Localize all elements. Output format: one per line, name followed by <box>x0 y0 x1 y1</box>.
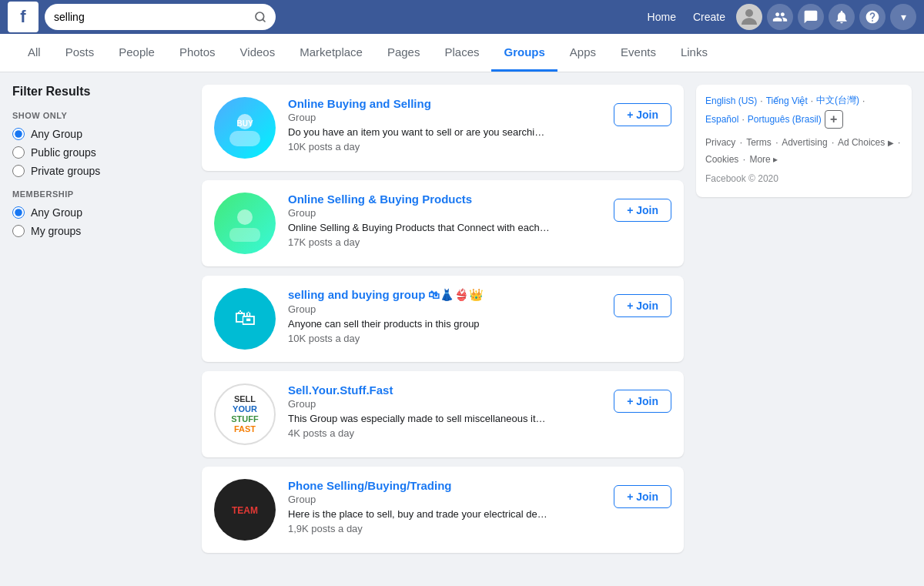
tab-places[interactable]: Places <box>432 35 491 72</box>
group-name-5[interactable]: Phone Selling/Buying/Trading <box>288 479 601 492</box>
svg-point-6 <box>237 209 253 225</box>
group-desc-2: Online Selling & Buying Products that Co… <box>288 222 550 233</box>
group-desc-5: Here is the place to sell, buy and trade… <box>288 508 550 520</box>
join-button-5[interactable]: + Join <box>614 485 671 508</box>
table-row: TEAM Phone Selling/Buying/Trading Group … <box>202 467 684 553</box>
footer-cookies[interactable]: Cookies <box>705 154 738 165</box>
tab-groups[interactable]: Groups <box>491 35 557 72</box>
filter-my-groups-radio[interactable] <box>12 225 25 237</box>
group-thumbnail-4: SELL YOUR STUFF FAST <box>214 383 276 445</box>
avatar[interactable] <box>736 4 762 30</box>
svg-point-2 <box>745 9 753 17</box>
filter-public-groups-radio[interactable] <box>12 146 25 159</box>
show-only-label: SHOW ONLY <box>12 111 189 120</box>
search-input[interactable] <box>54 11 254 23</box>
group-desc-3: Anyone can sell their products in this g… <box>288 318 550 330</box>
lang-vietnamese[interactable]: Tiếng Việt <box>766 95 808 106</box>
svg-text:TEAM: TEAM <box>232 505 258 516</box>
group-posts-4: 4K posts a day <box>288 427 601 439</box>
facebook-logo: f <box>8 2 38 32</box>
language-links: English (US) · Tiếng Việt · 中文(台灣) · Esp… <box>705 94 902 129</box>
join-button-2[interactable]: + Join <box>614 199 671 222</box>
group-type-2: Group <box>288 207 601 219</box>
dropdown-icon-button[interactable]: ▾ <box>890 4 916 30</box>
group-desc-4: This Group was especially made to sell m… <box>288 413 550 424</box>
footer-advertising[interactable]: Advertising <box>782 137 827 148</box>
add-language-button[interactable]: + <box>825 110 843 129</box>
group-posts-5: 1,9K posts a day <box>288 523 601 534</box>
group-info-5: Phone Selling/Buying/Trading Group Here … <box>288 479 601 534</box>
tab-people[interactable]: People <box>106 35 167 72</box>
help-icon <box>865 9 880 25</box>
join-button-1[interactable]: + Join <box>614 103 671 126</box>
group-thumbnail-5: TEAM <box>214 479 276 541</box>
group-type-4: Group <box>288 398 601 410</box>
group-thumbnail-2 <box>214 193 276 254</box>
svg-line-1 <box>263 19 265 22</box>
filter-private-groups-label: Private groups <box>31 165 100 177</box>
tab-videos[interactable]: Videos <box>228 35 288 72</box>
group-posts-2: 17K posts a day <box>288 236 601 248</box>
group-thumb-icon-3: 🛍 <box>222 296 268 342</box>
footer-links: Privacy · Terms · Advertising · Ad Choic… <box>705 135 902 188</box>
lang-spanish[interactable]: Español <box>705 114 738 125</box>
messenger-icon-button[interactable] <box>798 4 824 30</box>
messenger-icon <box>803 9 819 25</box>
notifications-icon <box>834 9 849 25</box>
help-icon-button[interactable] <box>859 4 886 30</box>
results-area: BUY Online Buying and Selling Group Do y… <box>202 85 684 553</box>
svg-rect-4 <box>229 131 260 146</box>
filter-any-group-radio[interactable] <box>12 128 25 140</box>
tab-all[interactable]: All <box>15 35 53 72</box>
nav-right-section: Home Create ▾ <box>641 4 916 30</box>
filter-private-groups[interactable]: Private groups <box>12 165 189 177</box>
tab-events[interactable]: Events <box>608 35 668 72</box>
membership-label: MEMBERSHIP <box>12 189 189 199</box>
group-type-1: Group <box>288 112 601 123</box>
friends-icon-button[interactable] <box>767 4 793 30</box>
filter-any-group[interactable]: Any Group <box>12 128 189 140</box>
group-info-2: Online Selling & Buying Products Group O… <box>288 193 601 248</box>
tab-pages[interactable]: Pages <box>375 35 433 72</box>
filter-any-group-membership[interactable]: Any Group <box>12 206 189 219</box>
search-tabs: All Posts People Photos Videos Marketpla… <box>0 34 924 72</box>
group-info-4: Sell.Your.Stuff.Fast Group This Group wa… <box>288 383 601 439</box>
group-name-4[interactable]: Sell.Your.Stuff.Fast <box>288 383 601 397</box>
create-link[interactable]: Create <box>687 8 732 26</box>
filter-public-groups[interactable]: Public groups <box>12 146 189 159</box>
filter-my-groups-label: My groups <box>31 225 81 237</box>
group-posts-1: 10K posts a day <box>288 141 601 152</box>
filter-any-group-membership-label: Any Group <box>31 206 82 219</box>
footer-terms[interactable]: Terms <box>746 137 772 148</box>
filter-private-groups-radio[interactable] <box>12 165 25 177</box>
group-name-3[interactable]: selling and buying group 🛍👗👙👑 <box>288 288 601 302</box>
filter-any-group-membership-radio[interactable] <box>12 206 25 219</box>
home-link[interactable]: Home <box>641 8 682 26</box>
lang-portuguese[interactable]: Português (Brasil) <box>748 114 822 125</box>
svg-text:BUY: BUY <box>236 119 253 128</box>
group-name-1[interactable]: Online Buying and Selling <box>288 97 601 110</box>
tab-marketplace[interactable]: Marketplace <box>287 35 375 72</box>
tab-links[interactable]: Links <box>668 35 720 72</box>
tab-photos[interactable]: Photos <box>167 35 228 72</box>
tab-posts[interactable]: Posts <box>53 35 107 72</box>
filter-title: Filter Results <box>12 85 189 99</box>
footer-privacy[interactable]: Privacy <box>705 137 735 148</box>
group-thumbnail-1: BUY <box>214 97 276 159</box>
join-button-4[interactable]: + Join <box>614 390 671 413</box>
group-name-2[interactable]: Online Selling & Buying Products <box>288 193 601 206</box>
footer-more[interactable]: More ▸ <box>749 154 778 165</box>
search-submit-button[interactable] <box>254 11 266 23</box>
group-type-5: Group <box>288 494 601 505</box>
tab-apps[interactable]: Apps <box>557 35 608 72</box>
table-row: 🛍 selling and buying group 🛍👗👙👑 Group An… <box>202 276 684 362</box>
footer-ad-choices[interactable]: Ad Choices <box>838 137 885 148</box>
lang-english[interactable]: English (US) <box>705 95 757 106</box>
lang-chinese[interactable]: 中文(台灣) <box>816 94 859 107</box>
notifications-icon-button[interactable] <box>829 4 855 30</box>
footer-copyright: Facebook © 2020 <box>705 171 902 188</box>
search-icon <box>254 11 266 23</box>
join-button-3[interactable]: + Join <box>614 294 671 317</box>
filter-my-groups[interactable]: My groups <box>12 225 189 237</box>
friends-icon <box>772 9 788 25</box>
